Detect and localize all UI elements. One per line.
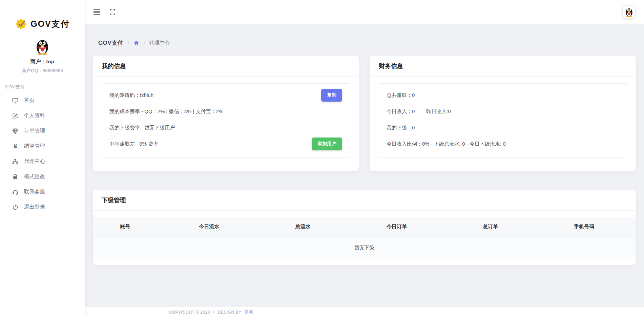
sub-rate-row: 我的下级费率 - 暂无下级用户 [109,120,342,136]
sidebar-menu: 首页 个人资料 订单管理 ¥ 结算管理 代理中心 [0,93,85,215]
sub-rate-text: 我的下级费率 - 暂无下级用户 [109,125,175,131]
subordinates-card-header: 下级管理 [93,190,636,211]
yesterday-income-text: 昨日收入:0 [426,108,451,115]
my-info-card-header: 我的信息 [93,56,359,77]
user-avatar-button[interactable] [623,6,635,18]
copy-button[interactable]: 复制 [321,89,342,102]
home-icon[interactable] [133,40,139,46]
sidebar-item-profile[interactable]: 个人资料 [0,108,85,123]
footer: COPYRIGHT © 2020 • DESIGN BY 寒域 [85,307,644,317]
sidebar: GOV支付 商户：top 商户QQ：88888888 GOV支付 首页 [0,0,85,317]
sidebar-item-label: 退出登录 [24,204,45,211]
fullscreen-icon[interactable] [109,8,116,15]
finance-card-body: 总共赚取：0 今日收入：0 昨日收入:0 我的下级：0 今日收入比例：0% - … [370,77,636,171]
invite-code-text: 我的邀请码：fzhluh [109,92,153,99]
finance-card: 财务信息 总共赚取：0 今日收入：0 昨日收入:0 我的下级：0 [370,56,636,171]
gem-icon [12,127,19,135]
cards-row: 我的信息 我的邀请码：fzhluh 复制 我的成本费率 - QQ：2% | 微信… [93,56,636,171]
finance-title: 财务信息 [379,63,403,69]
sidebar-item-label: 代理中心 [24,158,45,165]
copyright-text: COPYRIGHT © 2020 [169,310,210,315]
qq-penguin-icon [624,6,634,17]
power-icon [12,204,19,211]
qq-penguin-icon [34,37,51,56]
my-info-title: 我的信息 [102,63,126,69]
middle-diff-row: 中间赚取差 - 0% 费率 添加用户 [109,136,342,152]
sitemap-icon [12,158,19,165]
content: GOV支付 / / 代理中心 我的信息 我的邀请码：fzhluh 复制 [85,24,644,307]
subordinates-title: 下级管理 [102,197,126,204]
subordinates-card-body: 账号 今日流水 总流水 今日订单 总订单 手机号码 暂无下级 [93,211,636,265]
monitor-icon [12,97,19,104]
cost-rate-text: 我的成本费率 - QQ：2% | 微信：4% | 支付宝：2% [109,108,223,115]
breadcrumb-separator: / [128,40,129,46]
sidebar-item-label: 订单管理 [24,127,45,134]
breadcrumb-current: 代理中心 [149,40,170,46]
design-author-link[interactable]: 寒域 [244,309,253,315]
my-info-box: 我的邀请码：fzhluh 复制 我的成本费率 - QQ：2% | 微信：4% |… [102,83,350,158]
yen-icon: ¥ [12,143,19,150]
headset-icon [12,188,19,196]
invite-code-row: 我的邀请码：fzhluh 复制 [109,87,342,103]
merchant-avatar [0,37,85,56]
middle-diff-text: 中间赚取差 - 0% 费率 [109,141,158,147]
column-header-account: 账号 [93,217,158,236]
my-info-card: 我的信息 我的邀请码：fzhluh 复制 我的成本费率 - QQ：2% | 微信… [93,56,359,171]
sidebar-item-orders[interactable]: 订单管理 [0,123,85,139]
income-ratio-row: 今日收入比例：0% - 下级总流水: 0 - 今日下级流水: 0 [387,136,619,152]
sidebar-section-label: GOV支付 [5,84,85,90]
merchant-qq: 商户QQ：88888888 [0,68,85,74]
hamburger-menu-icon[interactable] [94,8,100,15]
column-header-today-orders: 今日订单 [345,217,448,236]
my-info-card-body: 我的邀请码：fzhluh 复制 我的成本费率 - QQ：2% | 微信：4% |… [93,77,359,171]
subordinates-table: 账号 今日流水 总流水 今日订单 总订单 手机号码 暂无下级 [93,217,636,259]
income-ratio-text: 今日收入比例：0% - 下级总流水: 0 - 今日下级流水: 0 [387,141,506,147]
add-user-button[interactable]: 添加用户 [312,138,342,150]
topbar [85,0,644,24]
sidebar-item-mode-change[interactable]: 模式更改 [0,169,85,184]
footer-inner: COPYRIGHT © 2020 • DESIGN BY 寒域 [85,309,337,315]
sidebar-item-label: 结算管理 [24,143,45,150]
main-area: GOV支付 / / 代理中心 我的信息 我的邀请码：fzhluh 复制 [85,0,644,317]
subordinates-card: 下级管理 账号 今日流水 总流水 今日订单 总订单 手机号码 [93,190,636,265]
breadcrumb: GOV支付 / / 代理中心 [93,24,636,47]
sidebar-item-logout[interactable]: 退出登录 [0,199,85,215]
sidebar-item-agent-center[interactable]: 代理中心 [0,154,85,169]
footer-bullet: • [213,310,215,315]
column-header-phone: 手机号码 [533,217,636,236]
sidebar-item-label: 首页 [24,97,35,104]
today-income-text: 今日收入：0 [387,108,415,115]
lock-icon [12,173,19,181]
sidebar-item-label: 模式更改 [24,173,45,180]
sidebar-item-home[interactable]: 首页 [0,93,85,108]
column-header-total-flow: 总流水 [261,217,345,236]
empty-text: 暂无下级 [93,236,636,259]
sidebar-item-label: 联系客服 [24,188,45,195]
table-header-row: 账号 今日流水 总流水 今日订单 总订单 手机号码 [93,217,636,236]
breadcrumb-root-link[interactable]: GOV支付 [98,39,123,47]
sidebar-item-support[interactable]: 联系客服 [0,184,85,199]
empty-row: 暂无下级 [93,236,636,259]
edit-icon [12,112,19,120]
my-subordinates-row: 我的下级：0 [387,120,619,136]
cost-rate-row: 我的成本费率 - QQ：2% | 微信：4% | 支付宝：2% [109,103,342,120]
merchant-name: 商户：top [0,58,85,65]
total-earned-row: 总共赚取：0 [387,87,619,103]
app-title: GOV支付 [30,18,70,29]
column-header-today-flow: 今日流水 [158,217,261,236]
total-earned-text: 总共赚取：0 [387,92,415,99]
app-logo[interactable]: GOV支付 [0,0,85,30]
income-row: 今日收入：0 昨日收入:0 [387,103,619,120]
my-subordinates-text: 我的下级：0 [387,125,415,131]
finance-card-header: 财务信息 [370,56,636,77]
sidebar-item-label: 个人资料 [24,112,45,119]
badge-check-icon [15,18,27,30]
sidebar-item-settlement[interactable]: ¥ 结算管理 [0,139,85,154]
column-header-total-orders: 总订单 [449,217,533,236]
breadcrumb-separator: / [144,40,145,46]
finance-box: 总共赚取：0 今日收入：0 昨日收入:0 我的下级：0 今日收入比例：0% - … [379,83,627,158]
design-by-text: DESIGN BY [218,310,242,315]
